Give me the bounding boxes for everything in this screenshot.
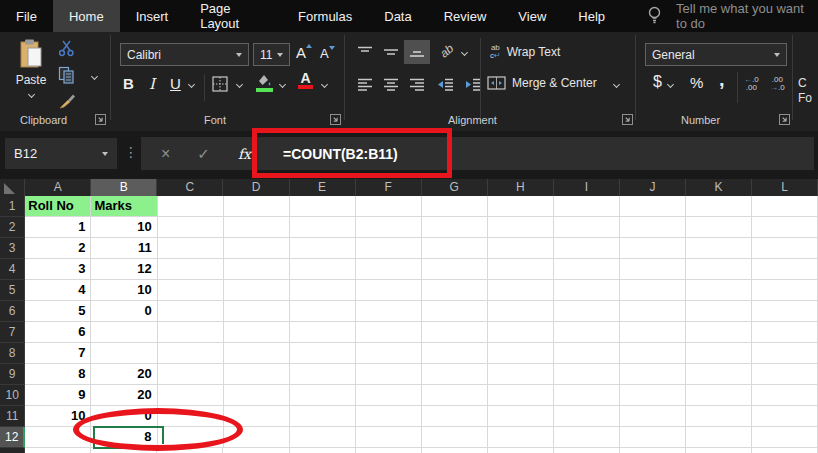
cell-H13[interactable] bbox=[488, 448, 554, 453]
cell-C5[interactable] bbox=[158, 280, 224, 301]
cell-D13[interactable] bbox=[223, 448, 289, 453]
row-header-4[interactable]: 4 bbox=[0, 259, 25, 280]
cell-F12[interactable] bbox=[356, 427, 422, 448]
row-header-5[interactable]: 5 bbox=[0, 280, 25, 301]
conditional-formatting-partial[interactable]: C Fo bbox=[798, 76, 812, 106]
cell-F4[interactable] bbox=[356, 259, 422, 280]
cell-B10[interactable]: 20 bbox=[91, 385, 157, 406]
cell-K1[interactable] bbox=[686, 196, 752, 217]
cell-J11[interactable] bbox=[620, 406, 686, 427]
cell-E3[interactable] bbox=[290, 238, 356, 259]
cell-C7[interactable] bbox=[158, 322, 224, 343]
row-header-11[interactable]: 11 bbox=[0, 406, 25, 427]
cell-L13[interactable] bbox=[752, 448, 818, 453]
row-header-12[interactable]: 12 bbox=[0, 427, 25, 448]
cell-J13[interactable] bbox=[620, 448, 686, 453]
tab-data[interactable]: Data bbox=[368, 0, 427, 32]
cell-H4[interactable] bbox=[488, 259, 554, 280]
cell-L7[interactable] bbox=[752, 322, 818, 343]
tab-insert[interactable]: Insert bbox=[120, 0, 185, 32]
row-header-1[interactable]: 1 bbox=[0, 196, 25, 217]
merge-center-button[interactable]: Merge & Center bbox=[487, 76, 597, 90]
copy-dropdown-icon[interactable] bbox=[91, 73, 98, 80]
borders-button[interactable] bbox=[212, 76, 228, 92]
cell-J2[interactable] bbox=[620, 217, 686, 238]
cell-B4[interactable]: 12 bbox=[91, 259, 157, 280]
cell-C6[interactable] bbox=[158, 301, 224, 322]
cell-L4[interactable] bbox=[752, 259, 818, 280]
tab-formulas[interactable]: Formulas bbox=[282, 0, 368, 32]
column-header-J[interactable]: J bbox=[620, 179, 686, 196]
cell-I10[interactable] bbox=[554, 385, 620, 406]
cell-E7[interactable] bbox=[290, 322, 356, 343]
font-color-dropdown-icon[interactable] bbox=[321, 81, 328, 88]
cell-F11[interactable] bbox=[356, 406, 422, 427]
cell-H5[interactable] bbox=[488, 280, 554, 301]
cell-L10[interactable] bbox=[752, 385, 818, 406]
font-name-combo[interactable]: Calibri bbox=[120, 43, 249, 66]
cell-G6[interactable] bbox=[422, 301, 488, 322]
cell-L2[interactable] bbox=[752, 217, 818, 238]
cell-K10[interactable] bbox=[686, 385, 752, 406]
cell-I8[interactable] bbox=[554, 343, 620, 364]
bottom-align-button[interactable] bbox=[404, 40, 430, 64]
cell-K4[interactable] bbox=[686, 259, 752, 280]
row-header-8[interactable]: 8 bbox=[0, 343, 25, 364]
cell-B3[interactable]: 11 bbox=[91, 238, 157, 259]
decrease-decimal-button[interactable]: .00 →.0 bbox=[770, 76, 785, 92]
cell-D10[interactable] bbox=[224, 385, 290, 406]
row-header-7[interactable]: 7 bbox=[0, 322, 25, 343]
cell-H9[interactable] bbox=[488, 364, 554, 385]
cell-I6[interactable] bbox=[554, 301, 620, 322]
cell-D8[interactable] bbox=[224, 343, 290, 364]
cell-A7[interactable]: 6 bbox=[25, 322, 91, 343]
cell-B7[interactable] bbox=[91, 322, 157, 343]
cell-F8[interactable] bbox=[356, 343, 422, 364]
wrap-text-button[interactable]: ab c↵ Wrap Text bbox=[490, 44, 560, 60]
cell-J7[interactable] bbox=[620, 322, 686, 343]
cell-J10[interactable] bbox=[620, 385, 686, 406]
column-header-C[interactable]: C bbox=[157, 179, 223, 196]
format-painter-button[interactable] bbox=[58, 92, 77, 110]
cell-J5[interactable] bbox=[620, 280, 686, 301]
cell-A2[interactable]: 1 bbox=[25, 217, 91, 238]
cell-E11[interactable] bbox=[290, 406, 356, 427]
cell-F1[interactable] bbox=[356, 196, 422, 217]
cell-K12[interactable] bbox=[686, 427, 752, 448]
cell-E8[interactable] bbox=[290, 343, 356, 364]
cell-C10[interactable] bbox=[158, 385, 224, 406]
cell-L8[interactable] bbox=[752, 343, 818, 364]
cell-J1[interactable] bbox=[620, 196, 686, 217]
tab-help[interactable]: Help bbox=[562, 0, 621, 32]
cell-H12[interactable] bbox=[488, 427, 554, 448]
cell-J3[interactable] bbox=[620, 238, 686, 259]
column-header-G[interactable]: G bbox=[422, 179, 488, 196]
cell-D5[interactable] bbox=[224, 280, 290, 301]
cell-B6[interactable]: 0 bbox=[91, 301, 157, 322]
cell-G7[interactable] bbox=[422, 322, 488, 343]
cell-H6[interactable] bbox=[488, 301, 554, 322]
column-header-L[interactable]: L bbox=[752, 179, 818, 196]
cell-D3[interactable] bbox=[224, 238, 290, 259]
cell-H2[interactable] bbox=[488, 217, 554, 238]
cell-L3[interactable] bbox=[752, 238, 818, 259]
cell-K5[interactable] bbox=[686, 280, 752, 301]
cell-G11[interactable] bbox=[422, 406, 488, 427]
fill-color-button[interactable] bbox=[256, 73, 273, 92]
column-header-D[interactable]: D bbox=[223, 179, 289, 196]
cell-C9[interactable] bbox=[158, 364, 224, 385]
cell-L11[interactable] bbox=[752, 406, 818, 427]
cell-E12[interactable] bbox=[290, 427, 356, 448]
cell-J6[interactable] bbox=[620, 301, 686, 322]
cell-E1[interactable] bbox=[290, 196, 356, 217]
cell-I5[interactable] bbox=[554, 280, 620, 301]
cell-D6[interactable] bbox=[224, 301, 290, 322]
cell-B9[interactable]: 20 bbox=[91, 364, 157, 385]
cell-A13[interactable] bbox=[25, 448, 91, 453]
cell-E10[interactable] bbox=[290, 385, 356, 406]
cell-L1[interactable] bbox=[752, 196, 818, 217]
cell-D2[interactable] bbox=[224, 217, 290, 238]
column-header-B[interactable]: B bbox=[91, 179, 157, 196]
cell-D9[interactable] bbox=[224, 364, 290, 385]
cell-H7[interactable] bbox=[488, 322, 554, 343]
